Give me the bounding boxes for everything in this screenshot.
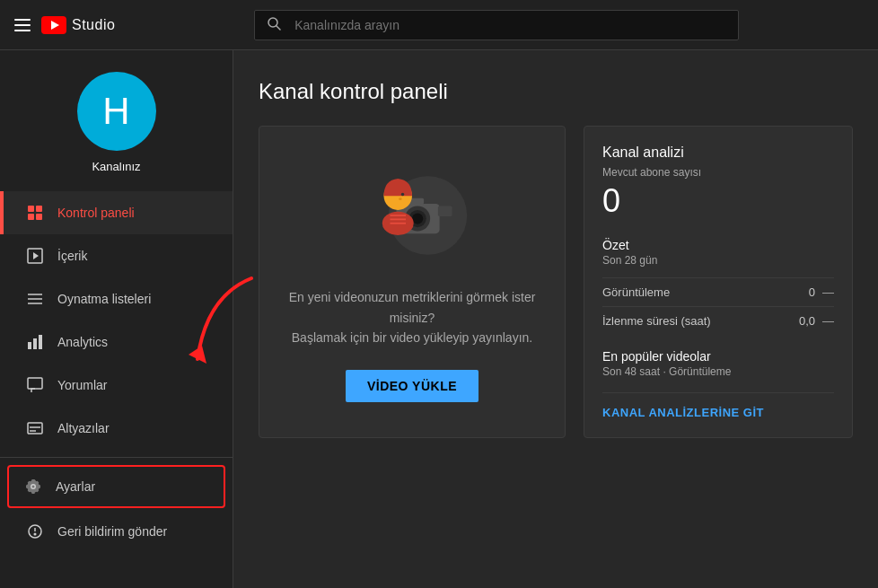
sidebar-item-label: Oynatma listeleri	[57, 292, 151, 306]
sidebar-item-subtitles[interactable]: Altyazılar	[0, 407, 233, 450]
logo: Studio	[41, 16, 115, 34]
video-illustration	[349, 162, 475, 269]
flag-icon	[25, 523, 45, 540]
search-input[interactable]	[254, 10, 739, 40]
content-area: Kanal kontrol paneli	[233, 50, 878, 588]
metric-views: Görüntüleme 0 —	[602, 277, 834, 306]
arrow-illustration	[233, 269, 269, 377]
topbar: Studio	[0, 0, 878, 50]
grid-icon	[25, 205, 45, 221]
comment-icon	[25, 377, 45, 393]
sidebar-item-feedback[interactable]: Geri bildirim gönder	[0, 510, 233, 553]
svg-rect-13	[28, 342, 31, 349]
upload-button[interactable]: VİDEO YÜKLE	[346, 370, 479, 402]
popular-videos-subtitle: Son 48 saat · Görüntüleme	[602, 365, 834, 378]
svg-point-31	[401, 193, 405, 197]
search-icon	[267, 16, 281, 34]
svg-rect-14	[33, 338, 37, 349]
sidebar-item-settings[interactable]: Ayarlar	[7, 465, 225, 508]
metric-views-label: Görüntüleme	[602, 285, 670, 299]
svg-rect-29	[438, 206, 452, 216]
list-icon	[25, 291, 45, 307]
sidebar-item-label: Yorumlar	[57, 378, 108, 392]
page-title: Kanal kontrol paneli	[259, 79, 853, 104]
sidebar-item-label: Geri bildirim gönder	[57, 524, 167, 539]
video-prompt: En yeni videonuzun metriklerini görmek i…	[281, 287, 543, 347]
topbar-left: Studio	[14, 16, 115, 34]
metric-watch-time-label: İzlenme süresi (saat)	[602, 314, 711, 328]
svg-rect-7	[36, 214, 42, 220]
analytics-title: Kanal analizi	[602, 145, 834, 161]
youtube-icon	[41, 16, 66, 34]
sidebar-item-dashboard[interactable]: Kontrol paneli	[0, 191, 233, 234]
video-card: En yeni videonuzun metriklerini görmek i…	[259, 126, 566, 438]
popular-videos-title: En popüler videolar	[602, 349, 834, 364]
sidebar-item-label: Ayarlar	[56, 479, 95, 494]
svg-marker-9	[33, 252, 39, 259]
summary-title: Özet	[602, 238, 834, 252]
metric-watch-time-value: 0,0 —	[799, 314, 834, 328]
avatar: H	[77, 72, 156, 151]
svg-point-32	[399, 198, 402, 201]
subtitles-icon	[25, 420, 45, 436]
search-bar	[254, 10, 739, 40]
svg-rect-5	[36, 206, 42, 212]
sidebar-item-label: İçerik	[57, 249, 87, 263]
svg-point-22	[34, 533, 36, 535]
gear-icon	[23, 478, 43, 495]
sidebar-item-label: Analytics	[57, 335, 108, 349]
sidebar-item-label: Altyazılar	[57, 421, 110, 435]
channel-name: Kanalınız	[92, 160, 140, 173]
svg-rect-15	[39, 335, 42, 349]
play-icon	[25, 248, 45, 264]
svg-point-27	[412, 214, 423, 224]
bar-chart-icon	[25, 334, 45, 350]
sidebar-item-label: Kontrol paneli	[57, 206, 135, 220]
main-layout: H Kanalınız Kontrol paneli	[0, 50, 878, 588]
popular-videos: En popüler videolar Son 48 saat · Görünt…	[602, 349, 834, 378]
subscribers-value: 0	[602, 182, 834, 220]
content-grid: En yeni videonuzun metriklerini görmek i…	[259, 126, 853, 438]
metric-watch-time: İzlenme süresi (saat) 0,0 —	[602, 306, 834, 335]
svg-rect-16	[28, 378, 42, 389]
svg-line-3	[277, 26, 280, 30]
analytics-panel: Kanal analizi Mevcut abone sayısı 0 Özet…	[584, 126, 853, 438]
svg-rect-17	[28, 423, 42, 434]
summary-period: Son 28 gün	[602, 254, 834, 267]
svg-rect-4	[28, 206, 34, 212]
studio-label: Studio	[72, 17, 115, 33]
svg-rect-6	[28, 214, 34, 220]
metric-views-value: 0 —	[809, 285, 834, 299]
analytics-section: Kanal analizi Mevcut abone sayısı 0 Özet…	[584, 126, 853, 438]
subscribers-label: Mevcut abone sayısı	[602, 166, 834, 179]
hamburger-menu[interactable]	[14, 19, 31, 31]
go-to-analytics-link[interactable]: KANAL ANALİZLERİNE GİT	[602, 392, 834, 419]
